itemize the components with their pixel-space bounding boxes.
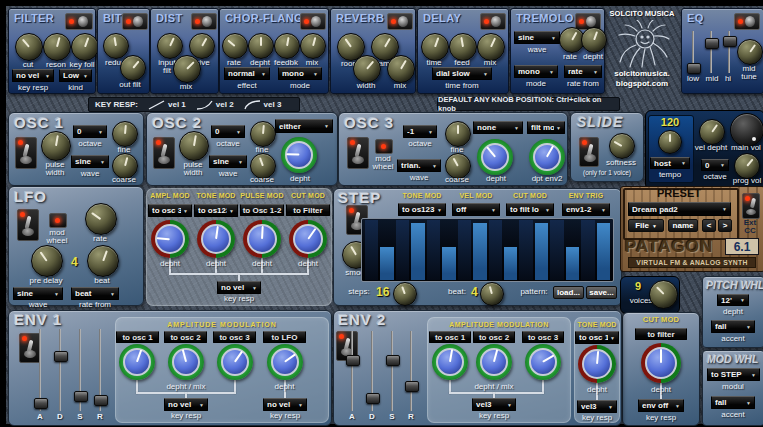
tempo-dropdown[interactable]: host bbox=[650, 157, 690, 169]
env2-toosc2-knob[interactable] bbox=[476, 344, 512, 380]
osc3-fmdepth-knob[interactable] bbox=[477, 139, 513, 175]
delay-feed-knob[interactable] bbox=[449, 33, 477, 61]
dist-mix-knob[interactable] bbox=[173, 55, 201, 83]
chorus-power-switch[interactable] bbox=[300, 13, 326, 30]
osc1-power-switch[interactable] bbox=[15, 137, 37, 169]
step-bar-10[interactable] bbox=[504, 247, 517, 280]
tremolo-wave-dropdown[interactable]: sine bbox=[514, 31, 560, 44]
step-envtrig-dropdown[interactable]: env1-2 bbox=[562, 203, 610, 216]
bit-reduc-knob[interactable] bbox=[103, 33, 129, 59]
filter-keyfoll-knob[interactable] bbox=[71, 33, 99, 61]
osc2-fine-knob[interactable] bbox=[250, 121, 276, 147]
env1-decay-slider[interactable] bbox=[53, 329, 67, 411]
step-bar-15[interactable] bbox=[581, 220, 594, 280]
pitchwhl-accent-dropdown[interactable]: fall bbox=[711, 320, 755, 333]
eq-mid-handle[interactable] bbox=[705, 38, 719, 49]
env1-sustain-slider[interactable] bbox=[73, 329, 87, 411]
osc3-wave-dropdown[interactable]: trian. bbox=[397, 159, 441, 172]
step-bar-6[interactable] bbox=[442, 247, 455, 280]
lfo-beat-knob[interactable] bbox=[87, 245, 119, 277]
bit-outfilt-knob[interactable] bbox=[120, 55, 146, 81]
env2-tonemod-keyresp-dropdown[interactable]: vel3 bbox=[577, 400, 617, 413]
osc2-octave-dropdown[interactable]: 0 bbox=[211, 125, 245, 138]
modrow-keyresp-dropdown[interactable]: no vel bbox=[217, 281, 261, 294]
tonemod-depth-knob[interactable] bbox=[197, 220, 235, 258]
filter-power-switch[interactable] bbox=[65, 13, 93, 30]
eq-low-slider[interactable] bbox=[686, 31, 700, 73]
amplmod-target-dropdown[interactable]: to osc 3 bbox=[148, 204, 192, 217]
osc2-fmdepth-knob[interactable] bbox=[281, 137, 317, 173]
chorus-mix-knob[interactable] bbox=[300, 33, 326, 59]
step-bar-14[interactable] bbox=[566, 247, 579, 280]
voices-knob[interactable] bbox=[649, 280, 678, 309]
env2-keyresp-dropdown[interactable]: vel3 bbox=[472, 398, 516, 411]
osc2-fmmode-dropdown[interactable]: either bbox=[275, 119, 333, 133]
step-velmod-dropdown[interactable]: off bbox=[452, 203, 500, 216]
slide-switch[interactable] bbox=[579, 137, 599, 167]
osc3-fmsource-dropdown[interactable]: none bbox=[473, 121, 523, 134]
lfo-wave-dropdown[interactable]: sine bbox=[13, 287, 63, 300]
tremolo-mode-dropdown[interactable]: mono bbox=[514, 65, 558, 78]
lfo-predelay-knob[interactable] bbox=[31, 245, 63, 277]
step-bar-16[interactable] bbox=[597, 223, 610, 280]
preset-next-button[interactable]: > bbox=[718, 219, 732, 232]
env1-toosc3-knob[interactable] bbox=[217, 344, 253, 380]
osc3-power-switch[interactable] bbox=[347, 137, 369, 169]
step-bar-13[interactable] bbox=[550, 220, 563, 280]
dist-drive-knob[interactable] bbox=[189, 33, 215, 59]
eq-hi-handle[interactable] bbox=[723, 36, 737, 47]
osc3-dptenv2-knob[interactable] bbox=[529, 139, 565, 175]
osc2-pulsewidth-knob[interactable] bbox=[179, 131, 209, 161]
env2-release-handle[interactable] bbox=[405, 381, 419, 392]
bit-power-switch[interactable] bbox=[122, 13, 148, 30]
env2-sustain-handle[interactable] bbox=[386, 355, 400, 366]
lfo-ratefrom-dropdown[interactable]: beat bbox=[71, 287, 119, 300]
env1-release-handle[interactable] bbox=[94, 395, 108, 406]
modwhl-modul-dropdown[interactable]: to STEP bbox=[707, 368, 760, 381]
env2-toosc3-knob[interactable] bbox=[525, 344, 561, 380]
chorus-feedback-knob[interactable] bbox=[274, 33, 300, 59]
chorus-effect-dropdown[interactable]: normal bbox=[224, 67, 270, 80]
reverb-power-switch[interactable] bbox=[387, 13, 413, 30]
delay-time-knob[interactable] bbox=[421, 33, 449, 61]
env1-sustain-handle[interactable] bbox=[74, 391, 88, 402]
step-bar-7[interactable] bbox=[458, 220, 471, 280]
step-bar-11[interactable] bbox=[519, 220, 532, 280]
delay-timefrom-dropdown[interactable]: dial slow bbox=[432, 67, 492, 80]
osc1-wave-dropdown[interactable]: sine bbox=[71, 155, 109, 168]
amplmod-depth-knob[interactable] bbox=[151, 220, 189, 258]
step-bar-9[interactable] bbox=[489, 220, 502, 280]
delay-mix-knob[interactable] bbox=[477, 33, 505, 61]
step-bar-12[interactable] bbox=[535, 223, 548, 280]
step-bar-1[interactable] bbox=[365, 220, 378, 280]
env1-toosc1-knob[interactable] bbox=[119, 344, 155, 380]
step-bar-5[interactable] bbox=[427, 220, 440, 280]
pattern-load-button[interactable]: load... bbox=[553, 286, 584, 299]
preset-name-button[interactable]: name bbox=[668, 219, 698, 232]
lfo-power-switch[interactable] bbox=[17, 209, 39, 241]
tremolo-ratefrom-dropdown[interactable]: rate bbox=[564, 65, 602, 78]
env1-keyresp-dropdown[interactable]: no vel bbox=[164, 398, 208, 411]
filter-keyresp-dropdown[interactable]: no vel bbox=[12, 69, 54, 82]
cutmod-depth-knob[interactable] bbox=[289, 220, 327, 258]
reverb-mix-knob[interactable] bbox=[387, 55, 415, 83]
step-bar-3[interactable] bbox=[396, 220, 409, 280]
veldepth-knob[interactable] bbox=[699, 119, 725, 145]
chorus-mode-dropdown[interactable]: mono bbox=[278, 67, 322, 80]
env1-release-slider[interactable] bbox=[93, 329, 107, 411]
reverb-width-knob[interactable] bbox=[353, 55, 381, 83]
pattern-save-button[interactable]: save... bbox=[586, 286, 617, 299]
osc3-filtmod-dropdown[interactable]: filt mod1 bbox=[527, 121, 565, 134]
env2-attack-handle[interactable] bbox=[346, 355, 360, 366]
env1-decay-handle[interactable] bbox=[54, 351, 68, 362]
eq-low-handle[interactable] bbox=[687, 63, 701, 74]
master-octave-dropdown[interactable]: 0 bbox=[701, 159, 729, 171]
env2-tonemod-depth-knob[interactable] bbox=[578, 345, 616, 383]
steps-knob[interactable] bbox=[393, 282, 417, 306]
slide-softness-knob[interactable] bbox=[609, 133, 635, 159]
lfo-modwheel-button[interactable] bbox=[49, 213, 67, 228]
env1-attack-slider[interactable] bbox=[33, 329, 47, 411]
chorus-rate-knob[interactable] bbox=[222, 33, 248, 59]
dist-inputfilt-knob[interactable] bbox=[157, 33, 183, 59]
env2-cutmod-keyresp-dropdown[interactable]: env off bbox=[638, 399, 684, 412]
